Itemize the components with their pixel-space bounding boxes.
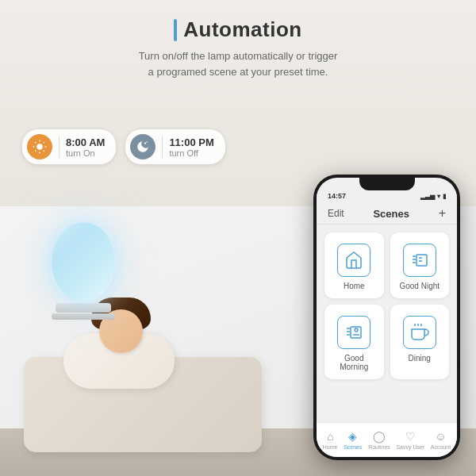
dining-scene-icon bbox=[403, 316, 436, 349]
home-scene-icon bbox=[337, 244, 370, 277]
svg-point-0 bbox=[36, 144, 43, 150]
app-title: Scenes bbox=[373, 208, 409, 220]
nav-account[interactable]: ☺ Account bbox=[431, 430, 451, 450]
status-time: 14:57 bbox=[328, 192, 346, 200]
bottom-nav: ⌂ Home ◈ Scenes ◯ Routines ♡ Savvy User … bbox=[317, 422, 457, 457]
scene-good-morning-label: Good Morning bbox=[332, 354, 376, 371]
svg-line-4 bbox=[44, 151, 44, 152]
status-bar: 14:57 ▂▃▅ ▾ ▮ bbox=[317, 190, 457, 202]
nav-home-icon: ⌂ bbox=[327, 430, 333, 443]
turn-on-badge[interactable]: 8:00 AM turn On bbox=[22, 129, 116, 164]
nav-savvy-label: Savvy User bbox=[396, 444, 424, 450]
phone-screen: 14:57 ▂▃▅ ▾ ▮ Edit Scenes + bbox=[317, 178, 457, 457]
subtitle: Turn on/off the lamp automatically or tr… bbox=[103, 48, 373, 79]
nav-home[interactable]: ⌂ Home bbox=[323, 430, 338, 450]
svg-line-3 bbox=[35, 142, 36, 143]
svg-point-10 bbox=[147, 141, 148, 143]
app-header: Edit Scenes + bbox=[317, 202, 457, 225]
scene-home[interactable]: Home bbox=[324, 232, 384, 298]
subtitle-line2: a programed scene at your preset time. bbox=[148, 66, 328, 78]
scene-good-night[interactable]: Good Night bbox=[390, 232, 450, 298]
turn-off-action: turn Off bbox=[169, 148, 213, 158]
badge-divider-1 bbox=[59, 136, 60, 158]
nav-routines-icon: ◯ bbox=[373, 430, 386, 443]
scene-good-night-label: Good Night bbox=[399, 282, 440, 290]
nav-account-label: Account bbox=[431, 444, 451, 450]
title-bar-decoration bbox=[174, 19, 177, 41]
phone-outer: 14:57 ▂▃▅ ▾ ▮ Edit Scenes + bbox=[313, 175, 460, 460]
badge-divider-2 bbox=[162, 136, 163, 158]
scenes-grid: Home Good Night bbox=[317, 225, 457, 387]
lamp-body bbox=[52, 222, 115, 301]
good-night-scene-icon bbox=[403, 244, 436, 277]
turn-on-text: 8:00 AM turn On bbox=[66, 136, 105, 158]
svg-line-8 bbox=[44, 142, 44, 143]
subtitle-line1: Turn on/off the lamp automatically or tr… bbox=[139, 50, 338, 62]
scene-home-label: Home bbox=[344, 282, 365, 290]
lamp-base2 bbox=[52, 313, 115, 320]
wifi-icon: ▾ bbox=[437, 193, 440, 200]
svg-point-13 bbox=[355, 328, 358, 332]
lamp-base bbox=[56, 303, 111, 313]
phone-notch bbox=[359, 178, 415, 190]
schedule-row: 8:00 AM turn On 11:00 PM turn Off bbox=[0, 129, 225, 164]
battery-icon: ▮ bbox=[443, 193, 446, 200]
turn-off-text: 11:00 PM turn Off bbox=[169, 136, 213, 158]
scene-good-morning[interactable]: Good Morning bbox=[324, 305, 384, 379]
svg-line-7 bbox=[35, 151, 36, 152]
header: Automation Turn on/off the lamp automati… bbox=[0, 0, 476, 94]
nav-routines[interactable]: ◯ Routines bbox=[368, 430, 390, 450]
scene-dining-label: Dining bbox=[409, 354, 431, 363]
status-icons: ▂▃▅ ▾ ▮ bbox=[420, 193, 446, 200]
lamp bbox=[48, 222, 119, 317]
nav-scenes-icon: ◈ bbox=[348, 430, 357, 443]
phone-container: 14:57 ▂▃▅ ▾ ▮ Edit Scenes + bbox=[313, 175, 460, 460]
turn-on-time: 8:00 AM bbox=[66, 136, 105, 148]
page-title: Automation bbox=[183, 17, 301, 42]
edit-button[interactable]: Edit bbox=[328, 208, 344, 219]
nav-scenes[interactable]: ◈ Scenes bbox=[344, 430, 362, 450]
signal-icon: ▂▃▅ bbox=[420, 193, 435, 200]
nav-home-label: Home bbox=[323, 444, 338, 450]
good-morning-scene-icon bbox=[337, 316, 370, 349]
turn-off-badge[interactable]: 11:00 PM turn Off bbox=[125, 129, 225, 164]
turn-on-action: turn On bbox=[66, 148, 105, 158]
nav-account-icon: ☺ bbox=[435, 430, 446, 443]
turn-off-time: 11:00 PM bbox=[169, 136, 213, 148]
nav-scenes-label: Scenes bbox=[344, 444, 362, 450]
scene-dining[interactable]: Dining bbox=[390, 305, 450, 379]
add-scene-button[interactable]: + bbox=[439, 206, 446, 221]
svg-point-9 bbox=[144, 142, 146, 144]
nav-routines-label: Routines bbox=[368, 444, 390, 450]
sunrise-icon bbox=[27, 134, 52, 159]
title-row: Automation bbox=[0, 17, 476, 42]
moon-icon bbox=[130, 134, 155, 159]
svg-rect-11 bbox=[416, 255, 427, 266]
nav-savvy-icon: ♡ bbox=[405, 430, 416, 443]
nav-savvy-user[interactable]: ♡ Savvy User bbox=[396, 430, 424, 450]
